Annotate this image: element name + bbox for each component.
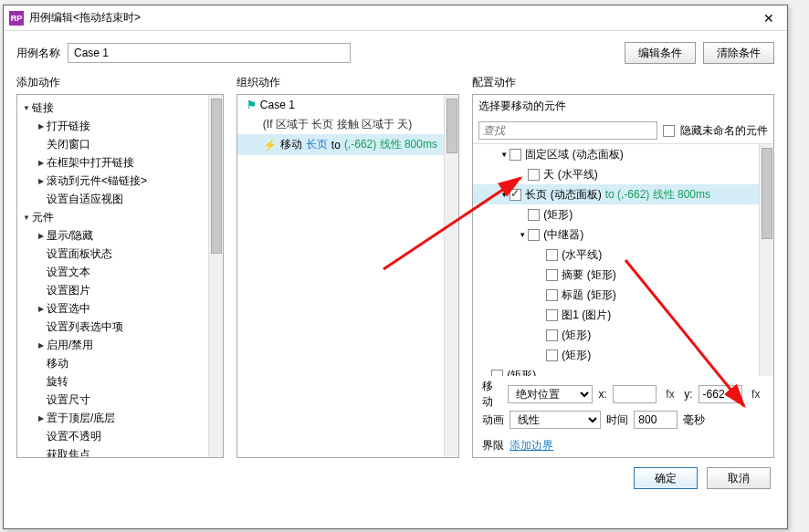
expand-icon[interactable] [36,340,47,349]
tree-item[interactable]: 打开链接 [17,117,223,135]
cancel-button[interactable]: 取消 [707,467,771,489]
tree-group-header[interactable]: 元件 [17,208,223,226]
expand-icon[interactable] [36,158,47,167]
action-label: 打开链接 [47,119,206,134]
tree-item[interactable]: 设置不透明 [17,427,223,445]
widget-checkbox[interactable] [546,249,558,261]
widget-tree-item[interactable]: 标题 (矩形) [473,285,773,305]
tree-item[interactable]: 设置尺寸 [17,391,223,409]
widget-checkbox[interactable] [528,209,540,221]
widget-tree-item[interactable]: (矩形) [473,204,773,224]
expand-icon[interactable] [36,176,47,185]
widget-tree-item[interactable]: (矩形) [473,365,773,376]
tree-item[interactable]: 移动 [17,354,223,372]
time-input[interactable] [634,411,678,429]
anim-mode-select[interactable]: 线性 [510,411,601,429]
tree-item[interactable]: 关闭窗口 [17,135,223,153]
case-name-row: 用例名称 编辑条件 清除条件 [4,31,787,75]
expand-icon[interactable] [36,413,47,422]
scrollbar[interactable] [444,95,458,457]
widget-checkbox[interactable] [546,269,558,281]
tree-item[interactable]: 显示/隐藏 [17,226,223,245]
organize-actions-title: 组织动作 [236,75,459,94]
case-condition: (If 区域于 长页 接触 区域于 天) [237,115,458,134]
widget-checkbox[interactable] [546,289,558,301]
tree-item[interactable]: 设置自适应视图 [17,190,223,208]
close-icon[interactable]: ✕ [756,11,782,26]
widget-tree-item[interactable]: (矩形) [473,325,773,345]
tree-item[interactable]: 获取焦点 [17,445,223,458]
ok-button[interactable]: 确定 [634,467,698,489]
widget-tree-item[interactable]: 图1 (图片) [473,305,773,325]
app-icon: RP [9,11,24,26]
fx-y-button[interactable]: fx [748,388,764,401]
move-mode-select[interactable]: 绝对位置 [508,385,593,403]
add-boundary-link[interactable]: 添加边界 [510,438,553,454]
tree-item[interactable]: 旋转 [17,372,223,391]
tree-group-header[interactable]: 链接 [17,99,223,117]
expand-icon[interactable]: ▼ [499,191,510,199]
hide-unnamed-label: 隐藏未命名的元件 [680,123,768,139]
widget-checkbox[interactable] [546,309,558,321]
widget-tree-item[interactable]: ▼固定区域 (动态面板) [473,144,773,164]
widget-checkbox[interactable] [528,169,540,181]
widget-label: 图1 (图片) [562,308,611,323]
expand-icon[interactable]: ▼ [517,231,528,239]
expand-icon[interactable] [36,121,47,130]
action-label: 关闭窗口 [47,137,206,152]
fx-x-button[interactable]: fx [662,388,678,401]
widget-tree-item[interactable]: ▼(中继器) [473,224,773,245]
widget-tree-item[interactable]: 天 (水平线) [473,164,773,184]
action-item[interactable]: ⚡ 移动 长页 to (,-662) 线性 800ms [237,134,458,155]
x-input[interactable] [613,385,657,403]
widget-checkbox[interactable] [546,329,558,341]
expand-icon[interactable] [21,213,32,222]
widget-label: (中继器) [543,227,583,243]
expand-icon[interactable] [21,103,32,112]
widget-checkbox[interactable] [510,149,521,161]
boundary-row: 界限 添加边界 [482,433,764,458]
widget-checkbox[interactable] [528,229,540,241]
widget-tree-item[interactable]: (矩形) [473,345,773,365]
tree-item[interactable]: 设置文本 [17,263,223,281]
case-name-input[interactable] [68,43,351,63]
widget-checkbox[interactable] [491,370,503,377]
widget-label: 标题 (矩形) [562,287,615,303]
tree-item[interactable]: 设置面板状态 [17,245,223,263]
time-unit: 毫秒 [683,412,705,428]
widget-checkbox[interactable] [546,349,558,361]
expand-icon[interactable] [36,231,47,240]
widget-params: to (,-662) 线性 800ms [605,187,710,203]
organize-panel: ⚑ Case 1 (If 区域于 长页 接触 区域于 天) ⚡ 移动 长页 to… [236,94,459,458]
action-label: 在框架中打开链接 [47,155,206,171]
widget-label: (矩形) [507,368,536,377]
search-input[interactable] [478,121,657,140]
clear-condition-button[interactable]: 清除条件 [703,42,774,64]
y-input[interactable] [699,385,742,403]
widget-checkbox[interactable] [510,189,521,201]
widget-tree-item[interactable]: (水平线) [473,245,773,265]
tree-item[interactable]: 启用/禁用 [17,336,223,354]
anim-label: 动画 [482,412,504,428]
scrollbar[interactable] [759,144,773,376]
case-header[interactable]: ⚑ Case 1 [237,95,458,115]
widget-label: 摘要 (矩形) [562,267,615,283]
widget-tree-item[interactable]: 摘要 (矩形) [473,265,773,285]
tree-item[interactable]: 滚动到元件<锚链接> [17,172,223,190]
expand-icon[interactable]: ▼ [499,151,510,159]
tree-item[interactable]: 设置选中 [17,299,223,318]
flag-icon: ⚑ [247,99,257,111]
expand-icon[interactable] [36,304,47,313]
action-label: 设置不透明 [47,429,206,444]
action-params: (,-662) 线性 800ms [344,137,437,152]
action-target: 长页 [306,137,328,152]
tree-item[interactable]: 在框架中打开链接 [17,153,223,172]
configure-header: 选择要移动的元件 [473,95,773,118]
edit-condition-button[interactable]: 编辑条件 [625,42,696,64]
tree-item[interactable]: 设置图片 [17,281,223,299]
widget-tree-item[interactable]: ▼长页 (动态面板)to (,-662) 线性 800ms [473,184,773,204]
scrollbar[interactable] [208,95,223,457]
tree-item[interactable]: 设置列表选中项 [17,318,223,336]
hide-unnamed-checkbox[interactable] [663,125,675,137]
tree-item[interactable]: 置于顶层/底层 [17,409,223,427]
